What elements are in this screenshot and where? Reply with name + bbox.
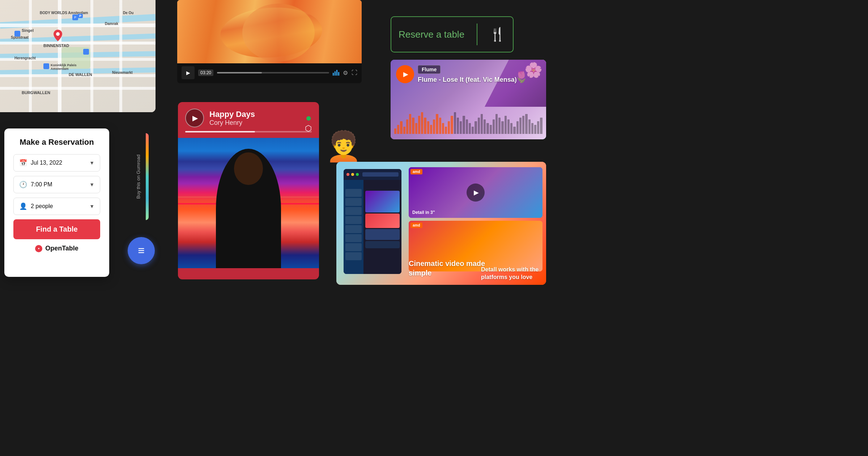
- spotify-album-art: CORY HENRY SOMETHING TO SAY: [178, 138, 319, 268]
- intercom-icon: ≡: [138, 244, 145, 257]
- reservation-title: Make a Reservation: [13, 138, 100, 147]
- party-dropdown-arrow: ▼: [89, 203, 94, 209]
- people-icon: 👤: [19, 202, 27, 210]
- map-label-damrak: Damrak: [105, 22, 118, 26]
- reserve-table-widget[interactable]: Reserve a table 🍴: [391, 16, 514, 52]
- spotify-track-title: Happy Days: [209, 110, 300, 119]
- reserve-table-label: Reserve a table: [399, 29, 464, 40]
- spotify-share-button[interactable]: ⬡: [305, 124, 312, 133]
- opentable-brand-name: OpenTable: [45, 245, 78, 252]
- date-field[interactable]: 📅 Jul 13, 2022 ▼: [13, 154, 100, 172]
- flume-play-button[interactable]: [396, 65, 414, 83]
- framer-video-widget: Frames Layers Assets: [336, 162, 546, 285]
- find-table-button[interactable]: Find a Table: [13, 219, 100, 239]
- spotify-artist: Cory Henry: [209, 119, 300, 127]
- map-icon-blue-1: P: [72, 14, 78, 20]
- emoji-avatar: 🧑‍🦱: [326, 128, 362, 165]
- clock-icon: 🕐: [19, 181, 27, 189]
- video-time: 03:20: [198, 69, 213, 76]
- svg-point-0: [56, 32, 60, 36]
- fork-knife-icon: 🍴: [489, 27, 506, 42]
- map-label-de-wallen: DE WALLEN: [69, 72, 92, 77]
- map-widget[interactable]: BODY WORLDS Amsterdam P Singel BINNENSTA…: [0, 0, 156, 112]
- signal-bars: [333, 70, 339, 76]
- flume-track-title: Flume - Lose It (feat. Vic Mensa): [418, 76, 517, 84]
- party-field[interactable]: 👤 2 people ▼: [13, 198, 100, 215]
- gumroad-side-tab[interactable]: Buy this on Gumroad: [128, 133, 149, 220]
- gumroad-label: Buy this on Gumroad: [136, 155, 141, 199]
- gumroad-color-strip: [146, 133, 149, 220]
- flume-artist-badge: Flume: [418, 65, 441, 74]
- time-field[interactable]: 🕐 7:00 PM ▼: [13, 176, 100, 193]
- map-label-koninklijk: Koninklijk PaleisAmsterdam: [51, 63, 77, 71]
- flume-soundcloud-widget: 🌸 🌷 Flume Flume - Lose It (feat. Vic Men…: [391, 60, 546, 139]
- map-label-binnenstad: BINNENSTAD: [43, 43, 69, 48]
- spotify-logo: ●: [306, 112, 312, 124]
- video-card-1-text: Detail in 3": [412, 210, 435, 215]
- video-play-overlay-1[interactable]: [467, 183, 485, 202]
- date-value: Jul 13, 2022: [31, 160, 86, 166]
- intercom-button[interactable]: ≡: [128, 237, 155, 264]
- spotify-progress-bar[interactable]: [185, 131, 312, 132]
- map-label-de-ou: De Ou: [123, 11, 133, 15]
- map-label-burgwallen: BURGWALLEN: [22, 90, 50, 95]
- turban-emoji: 🧑‍🦱: [326, 130, 362, 162]
- fullscreen-icon[interactable]: ⛶: [352, 69, 357, 76]
- calendar-icon: 📅: [19, 159, 27, 167]
- map-icon-bw: P: [78, 14, 83, 18]
- time-value: 7:00 PM: [31, 181, 86, 188]
- play-button[interactable]: [182, 66, 195, 79]
- video-progress-bar[interactable]: [217, 72, 329, 73]
- framer-cta-text-2: Detall works with the platforms you love: [481, 266, 539, 281]
- map-label-singel: Singel: [22, 28, 34, 33]
- settings-icon[interactable]: ⚙: [343, 69, 348, 76]
- framer-cta-text-1: Cinematic video made simple: [409, 259, 488, 278]
- map-label-nieuwmarkt: Nieuwmarkt: [112, 71, 133, 75]
- spotify-widget: Happy Days Cory Henry ● ⬡ CORY HENRY SOM…: [178, 102, 319, 279]
- reservation-widget: Make a Reservation 📅 Jul 13, 2022 ▼ 🕐 7:…: [4, 128, 109, 277]
- party-value: 2 people: [31, 203, 86, 210]
- map-pin: [54, 30, 62, 43]
- map-icon-blue-2: [14, 31, 20, 37]
- video-player-widget: ★ STAFF PICK 03:20 ⚙ ⛶: [177, 0, 362, 83]
- framer-ui-mockup: Frames Layers Assets: [344, 169, 401, 274]
- map-label-herengracht: Herengracht: [14, 56, 36, 60]
- opentable-logo-dot: [35, 245, 42, 252]
- date-dropdown-arrow: ▼: [89, 160, 94, 166]
- time-dropdown-arrow: ▼: [89, 182, 94, 187]
- map-icon-koninklijk: [43, 63, 49, 69]
- map-icon-blue-3: [83, 49, 89, 55]
- video-card-1: amd Detail in 3": [409, 167, 542, 218]
- opentable-branding: OpenTable: [13, 245, 100, 252]
- video-cards-area: amd Detail in 3" amd: [409, 167, 542, 274]
- flume-waveform[interactable]: [391, 105, 546, 134]
- reserve-divider: [477, 24, 477, 45]
- spotify-play-button[interactable]: [185, 109, 204, 127]
